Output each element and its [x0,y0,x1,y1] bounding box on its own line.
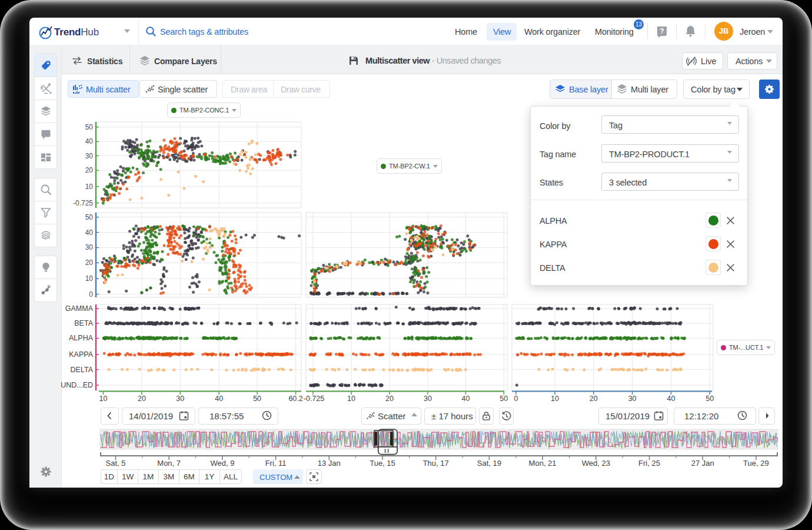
svg-text:20: 20 [590,395,598,403]
svg-text:27 Jan: 27 Jan [691,459,714,468]
svg-text:KAPPA: KAPPA [69,350,93,359]
svg-text:ALPHA: ALPHA [69,334,94,342]
svg-text:40: 40 [85,228,94,237]
svg-text:40: 40 [215,395,223,403]
svg-text:20: 20 [138,395,146,403]
svg-text:Tue, 15: Tue, 15 [370,459,395,468]
svg-text:40: 40 [461,395,470,403]
svg-text:60.2: 60.2 [288,395,302,403]
svg-text:Fri, 25: Fri, 25 [638,459,660,468]
svg-text:30: 30 [85,243,94,251]
svg-text:-0.725: -0.725 [73,199,93,207]
svg-text:DELTA: DELTA [71,366,94,374]
svg-text:10: 10 [85,274,94,283]
svg-text:Mon, 21: Mon, 21 [529,459,557,468]
svg-text:30: 30 [424,395,432,403]
svg-text:13 Jan: 13 Jan [318,459,341,468]
svg-text:0: 0 [89,290,93,299]
svg-text:Wed, 9: Wed, 9 [210,459,234,468]
svg-text:Mon, 7: Mon, 7 [157,459,181,468]
svg-text:Sat, 5: Sat, 5 [106,459,126,468]
svg-text:50: 50 [705,395,714,403]
svg-text:UND...ED: UND...ED [61,381,93,389]
svg-text:10: 10 [99,395,107,403]
svg-text:50: 50 [500,395,508,403]
svg-text:0: 0 [514,395,518,403]
svg-text:50: 50 [85,123,94,131]
svg-text:Fri, 11: Fri, 11 [265,459,287,468]
svg-text:BETA: BETA [74,319,93,327]
svg-text:20: 20 [85,166,94,174]
svg-text:Sat, 19: Sat, 19 [477,459,501,468]
svg-text:Thu, 17: Thu, 17 [423,459,449,468]
svg-text:50: 50 [85,213,94,221]
svg-text:20: 20 [385,395,394,403]
svg-text:30: 30 [85,152,94,160]
svg-text:10: 10 [551,395,559,403]
svg-text:-0.725: -0.725 [304,395,324,403]
svg-text:30: 30 [176,395,184,403]
svg-text:20: 20 [85,259,94,267]
svg-text:Tue, 29: Tue, 29 [743,459,769,468]
svg-text:30: 30 [628,395,637,403]
svg-text:10: 10 [85,183,94,191]
svg-text:GAMMA: GAMMA [65,304,94,313]
svg-text:Wed, 23: Wed, 23 [582,459,610,468]
svg-text:10: 10 [347,395,355,403]
svg-text:40: 40 [667,395,675,403]
svg-text:40: 40 [85,137,94,145]
svg-text:50: 50 [253,395,261,403]
